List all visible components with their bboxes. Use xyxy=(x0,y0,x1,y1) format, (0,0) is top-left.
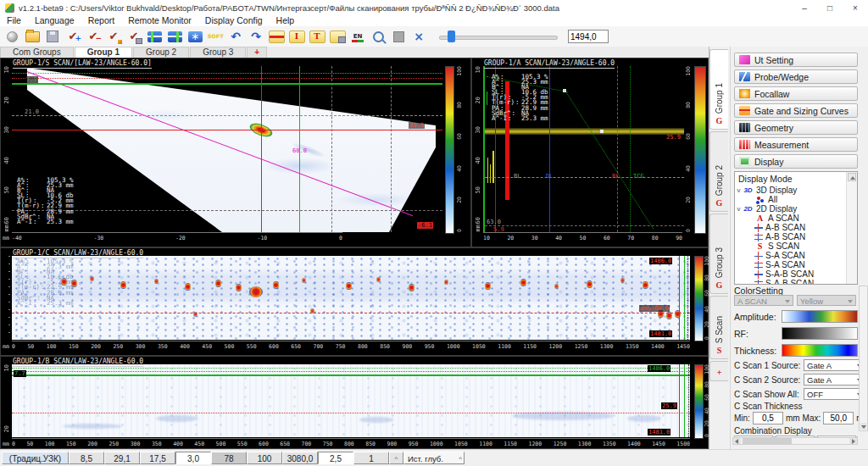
gate-start-button[interactable] xyxy=(144,27,164,46)
min-thickness-input[interactable] xyxy=(753,412,783,424)
scan-position-slider[interactable] xyxy=(439,31,558,42)
status-cell[interactable]: 78 xyxy=(211,452,247,464)
gate-t-button[interactable]: T xyxy=(307,27,327,46)
menu-item[interactable]: Language xyxy=(28,15,81,26)
sidebar-group-tab[interactable]: Group 1 G xyxy=(709,49,728,130)
scroll-right-icon[interactable] xyxy=(849,438,857,444)
a-scan-panel[interactable]: GROUP-1/A SCAN/LAW-23/ANGLE-60.0 1020304… xyxy=(471,58,709,247)
menu-item[interactable]: Remote Monitor xyxy=(121,15,198,26)
max-thickness-input[interactable] xyxy=(823,412,854,424)
focallaw-button[interactable]: Focallaw xyxy=(734,86,858,101)
slider-thumb[interactable] xyxy=(448,31,455,42)
group-tab[interactable]: Group 1 xyxy=(75,47,132,58)
sidebar-group-tab[interactable]: Group 2 G xyxy=(709,131,728,212)
tree-item[interactable]: S-A SCAN xyxy=(735,251,857,260)
remove-check-button[interactable]: ✔ xyxy=(83,27,103,46)
a-scan-image[interactable]: BL DL RL TCG 63.0 5.9 25.9 A%105.3 %A^25… xyxy=(483,66,684,232)
c-scan-red-cursor[interactable] xyxy=(679,256,680,340)
tree-item[interactable]: v 2D 2D Display xyxy=(735,204,857,214)
s-scan-panel[interactable]: GROUP-1/S SCAN/[LAW-23/ANGLE-60.0] 10203… xyxy=(0,58,471,247)
tree-item[interactable]: S-A-B SCAN xyxy=(735,269,857,279)
status-cell[interactable]: ^ xyxy=(389,452,403,464)
sidebar-group-tab[interactable]: S Scan S xyxy=(709,296,728,359)
gate-end-button[interactable] xyxy=(164,27,185,46)
group-tab[interactable]: Group 3 xyxy=(190,47,246,58)
scroll-left-icon[interactable] xyxy=(733,438,741,444)
display-mode-scrollbar[interactable] xyxy=(846,172,857,284)
scroll-down-icon[interactable] xyxy=(860,423,866,430)
redo-button[interactable]: ↷ xyxy=(246,27,266,46)
scan-position-input[interactable] xyxy=(568,30,609,43)
freeze-button[interactable]: ∗ xyxy=(185,27,205,46)
sidebar-group-tab[interactable]: Group 3 G xyxy=(709,214,728,294)
hscroll-thumb[interactable] xyxy=(743,438,792,444)
tree-item[interactable]: A-B SCAN xyxy=(735,223,857,232)
expand-icon[interactable]: v xyxy=(735,186,743,194)
maximize-button[interactable]: □ xyxy=(817,0,843,15)
menu-item[interactable]: Display Config xyxy=(198,15,270,26)
group-tab[interactable]: Group 2 xyxy=(133,47,189,58)
b-scan-panel[interactable]: GROUP-1/B SCAN/LAW-23/ANGLE-60.0 1020 7.… xyxy=(0,356,709,449)
gate-i-button[interactable]: I xyxy=(287,27,307,46)
scan-type-select[interactable]: A SCAN xyxy=(734,295,793,306)
cursor-vertical-red[interactable] xyxy=(261,66,262,232)
cut-button[interactable]: × xyxy=(409,27,429,46)
sidebar-vscrollbar[interactable] xyxy=(859,286,868,431)
tree-item[interactable]: All xyxy=(735,195,857,204)
units-switch-button[interactable]: EN xyxy=(348,27,368,46)
gate-a-button[interactable] xyxy=(266,27,287,46)
color-select[interactable]: Yellow xyxy=(797,295,856,306)
menu-item[interactable]: Help xyxy=(270,15,302,26)
data-cursor-line[interactable] xyxy=(549,66,550,232)
measurement-button[interactable]: Measurement xyxy=(734,137,858,152)
sidebar-hscrollbar[interactable] xyxy=(732,437,858,445)
expand-icon[interactable]: v xyxy=(735,205,743,213)
probe-wedge-button[interactable]: Probe/Wedge xyxy=(734,69,858,84)
c-scan-cursor-line[interactable] xyxy=(12,313,690,313)
status-cell[interactable]: 3080,0 xyxy=(282,452,318,464)
group-tab[interactable]: + xyxy=(247,47,267,58)
menu-item[interactable]: Report xyxy=(81,15,122,26)
depth-cursor-line[interactable] xyxy=(12,130,442,130)
status-cell[interactable]: 17,5 xyxy=(140,452,175,464)
record-button[interactable] xyxy=(2,27,22,46)
gate-save-button[interactable] xyxy=(327,27,348,46)
b-scan-image[interactable]: 7.7 1486.0 25.9 1481.0 xyxy=(12,364,690,437)
scroll-up-icon[interactable] xyxy=(848,173,856,181)
zoom-button[interactable] xyxy=(368,27,388,46)
status-cell[interactable]: 1 xyxy=(353,452,389,464)
sidebar-group-tab[interactable]: + xyxy=(709,361,728,381)
edit-check-button[interactable]: ✔ xyxy=(103,27,124,46)
tree-item[interactable]: S-A SCAN xyxy=(735,260,857,269)
tree-item[interactable]: A-B SCAN xyxy=(735,232,857,241)
close-button[interactable]: × xyxy=(843,0,868,15)
gate-sizing-curves-button[interactable]: Gate and Sizing Curves xyxy=(734,103,858,118)
status-cell[interactable]: Ист. глуб. xyxy=(403,452,465,464)
b-scan-cursor-line[interactable] xyxy=(12,413,690,413)
status-cell[interactable]: (Традиц.УЗК) xyxy=(2,452,69,464)
status-cell[interactable]: 8,5 xyxy=(69,452,104,464)
display-button[interactable]: Display xyxy=(734,154,858,169)
ut-setting-button[interactable]: Ut Setting xyxy=(734,53,858,67)
open-file-button[interactable] xyxy=(22,27,42,46)
reference-cursor-line[interactable] xyxy=(617,66,618,232)
save-check-button[interactable]: ✔ xyxy=(124,27,144,46)
geometry-button[interactable]: Geometry xyxy=(734,120,858,135)
source-select[interactable]: Gate A Amplitude xyxy=(804,374,865,386)
status-cell[interactable]: 2,5 xyxy=(318,452,353,464)
source-select[interactable]: Gate A Amplitude xyxy=(804,359,865,371)
save-file-button[interactable] xyxy=(42,27,63,46)
status-cell[interactable]: 100 xyxy=(247,452,282,464)
tree-item[interactable]: S S SCAN xyxy=(735,241,857,251)
c-scan-green-cursor[interactable] xyxy=(684,256,685,340)
stop-button[interactable] xyxy=(388,27,409,46)
tree-item[interactable]: A A SCAN xyxy=(735,214,857,223)
group-tab[interactable]: Com Groups xyxy=(0,47,74,58)
status-cell[interactable]: 29,1 xyxy=(104,452,140,464)
c-scan-image[interactable]: A%105.3 %A^25.3 mmB^NASL10.6 dbT(r)-5.2 … xyxy=(12,256,690,340)
source-select[interactable]: OFF xyxy=(804,388,865,400)
c-scan-panel[interactable]: GROUP-1/C SCAN/LAW-23/ANGLE-60.0 A%105.3… xyxy=(0,247,709,356)
soft-button[interactable]: SOFT xyxy=(205,27,225,46)
b-scan-red-cursor[interactable] xyxy=(679,364,680,437)
tree-item[interactable]: v 3D 3D Display xyxy=(735,186,857,195)
